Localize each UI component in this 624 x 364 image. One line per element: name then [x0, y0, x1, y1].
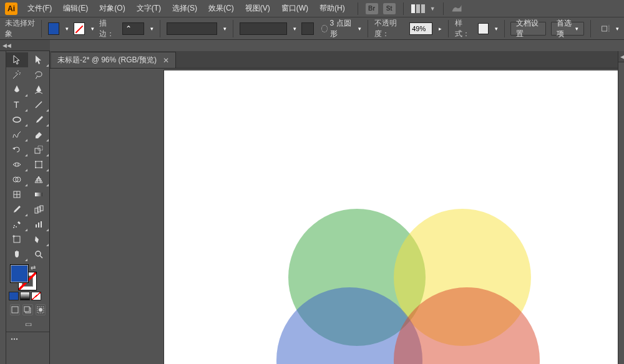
free-transform-tool[interactable]	[28, 157, 50, 172]
solid-color-icon[interactable]	[9, 292, 19, 300]
blend-tool[interactable]	[28, 202, 50, 217]
gpu-icon[interactable]	[451, 4, 462, 14]
ellipse-tool[interactable]	[6, 112, 28, 127]
gradient-icon[interactable]	[20, 292, 30, 300]
color-mode-row	[6, 292, 49, 302]
hand-tool[interactable]	[6, 247, 28, 262]
svg-rect-0	[602, 26, 607, 31]
panel-collapse-bar[interactable]: ◀◀	[0, 40, 50, 51]
svg-point-35	[11, 338, 12, 340]
chevron-down-icon[interactable]: ▾	[358, 26, 361, 32]
svg-line-29	[40, 256, 42, 258]
menu-items: 文件(F) 编辑(E) 对象(O) 文字(T) 选择(S) 效果(C) 视图(V…	[22, 1, 350, 16]
eyedropper-tool[interactable]	[6, 202, 28, 217]
brush-preview[interactable]	[301, 22, 314, 35]
workspace: 未标题-2* @ 96% (RGB/预览) ✕	[50, 51, 618, 364]
pen-tool[interactable]	[6, 82, 28, 97]
menu-select[interactable]: 选择(S)	[167, 1, 202, 16]
menu-effect[interactable]: 效果(C)	[203, 1, 239, 16]
gradient-tool[interactable]	[28, 187, 50, 202]
divider	[504, 20, 505, 37]
eraser-tool[interactable]	[28, 127, 50, 142]
menu-type[interactable]: 文字(T)	[132, 1, 166, 16]
magic-wand-tool[interactable]	[6, 67, 28, 82]
divider	[368, 20, 368, 37]
fill-large-swatch[interactable]	[10, 264, 29, 283]
chevron-down-icon[interactable]: ▾	[91, 26, 94, 32]
brush-shape-select[interactable]: 3 点圆形	[319, 22, 352, 35]
opacity-flyout-icon[interactable]: ▸	[439, 26, 442, 32]
chevron-down-icon[interactable]: ▾	[293, 26, 296, 32]
menu-file[interactable]: 文件(F)	[22, 1, 57, 16]
stroke-profile[interactable]	[167, 22, 217, 35]
draw-behind-icon[interactable]	[22, 304, 32, 315]
edit-toolbar-icon[interactable]	[10, 335, 19, 343]
draw-normal-icon[interactable]	[10, 304, 20, 315]
lasso-tool[interactable]	[28, 67, 50, 82]
mesh-tool[interactable]	[6, 187, 28, 202]
panel-gutter-right: ◀	[618, 51, 624, 364]
brush-shape-label: 3 点圆形	[330, 18, 352, 39]
selection-status: 未选择对象	[5, 18, 35, 39]
rotate-tool[interactable]	[6, 142, 28, 157]
none-color-icon[interactable]	[31, 292, 41, 300]
chevron-down-icon[interactable]: ▾	[223, 26, 227, 32]
close-icon[interactable]: ✕	[163, 56, 169, 65]
document-tab[interactable]: 未标题-2* @ 96% (RGB/预览) ✕	[51, 52, 176, 68]
brush-def[interactable]	[240, 22, 287, 35]
type-tool[interactable]: T	[6, 97, 28, 112]
svg-point-19	[14, 225, 15, 226]
divider	[233, 20, 233, 37]
menu-window[interactable]: 窗口(W)	[276, 1, 313, 16]
shaper-tool[interactable]	[6, 127, 28, 142]
chevron-down-icon[interactable]: ▾	[66, 26, 69, 32]
chevron-down-icon[interactable]: ▼	[430, 6, 436, 12]
graph-tool[interactable]	[28, 217, 50, 232]
align-icon[interactable]	[601, 24, 610, 34]
menu-object[interactable]: 对象(O)	[94, 1, 130, 16]
menu-edit[interactable]: 编辑(E)	[58, 1, 93, 16]
fill-swatch[interactable]	[48, 22, 59, 35]
chevron-down-icon[interactable]: ▾	[495, 26, 498, 32]
opacity-input[interactable]: 49%	[409, 22, 432, 35]
stock-icon[interactable]: St	[383, 3, 396, 14]
svg-point-11	[41, 167, 42, 168]
document-setup-button[interactable]: 文档设置	[510, 22, 546, 36]
preferences-button[interactable]: 首选项▾	[551, 22, 584, 36]
stroke-swatch[interactable]	[74, 22, 85, 35]
draw-mode-row	[6, 302, 49, 318]
direct-selection-tool[interactable]	[28, 52, 50, 67]
dotted-circle-icon	[321, 25, 328, 32]
width-tool[interactable]	[6, 157, 28, 172]
slice-tool[interactable]	[28, 232, 50, 247]
canvas[interactable]	[50, 69, 618, 364]
screen-mode-icon[interactable]: ▭	[22, 318, 35, 330]
svg-point-37	[16, 338, 17, 340]
artboard-tool[interactable]	[6, 232, 28, 247]
divider	[160, 20, 160, 37]
symbol-sprayer-tool[interactable]	[6, 217, 28, 232]
zoom-tool[interactable]	[28, 247, 50, 262]
menu-view[interactable]: 视图(V)	[240, 1, 275, 16]
graphic-style-swatch[interactable]	[478, 23, 489, 34]
curvature-tool[interactable]	[28, 82, 50, 97]
line-tool[interactable]	[28, 97, 50, 112]
scale-tool[interactable]	[28, 142, 50, 157]
svg-rect-24	[41, 221, 42, 228]
shape-builder-tool[interactable]	[6, 172, 28, 187]
perspective-grid-tool[interactable]	[28, 172, 50, 187]
chevron-down-icon[interactable]: ▾	[150, 26, 154, 32]
chevron-down-icon[interactable]: ▾	[616, 26, 619, 32]
arrange-docs-icon[interactable]	[411, 4, 425, 13]
selection-tool[interactable]	[6, 52, 28, 67]
menubar-icons: Br St ▼	[366, 2, 462, 15]
draw-inside-icon[interactable]	[36, 304, 46, 315]
fill-stroke-swatch[interactable]: ⇄	[10, 264, 39, 290]
bridge-icon[interactable]: Br	[366, 3, 378, 14]
paintbrush-tool[interactable]	[28, 112, 50, 127]
menu-help[interactable]: 帮助(H)	[314, 1, 350, 16]
swap-fill-stroke-icon[interactable]: ⇄	[31, 264, 36, 271]
svg-text:T: T	[14, 100, 19, 110]
panel-expand-right[interactable]: ◀	[618, 51, 624, 62]
stroke-weight-input[interactable]: ⌃	[122, 22, 144, 35]
